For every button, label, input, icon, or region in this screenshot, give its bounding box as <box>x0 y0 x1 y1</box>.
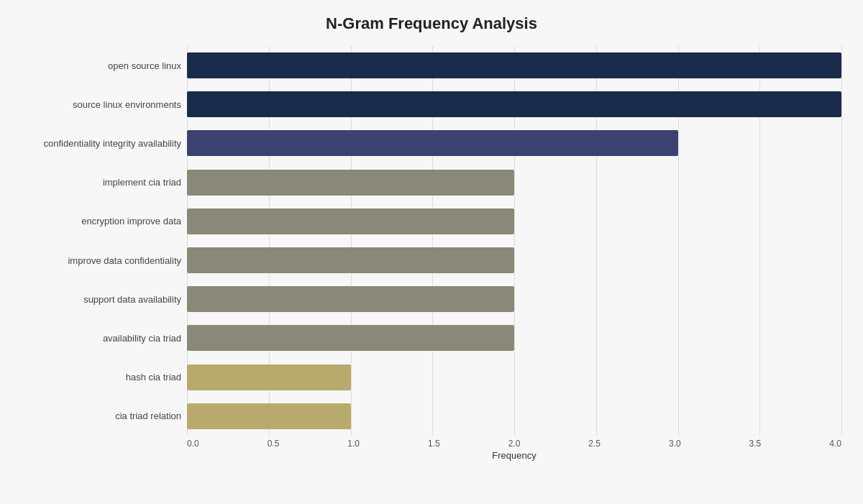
bar <box>187 91 841 117</box>
x-axis: 0.00.51.01.52.02.53.03.54.0 Frequency <box>187 439 841 461</box>
x-tick: 1.5 <box>428 439 440 449</box>
bar-row: support data availability <box>187 280 841 318</box>
plot-area: open source linuxsource linux environmen… <box>22 46 841 461</box>
bar <box>187 286 514 312</box>
x-tick: 1.0 <box>347 439 360 449</box>
bar <box>187 403 351 429</box>
x-tick: 0.0 <box>187 439 199 449</box>
chart-title: N-Gram Frequency Analysis <box>22 14 841 33</box>
bar-row: cia triad relation <box>187 398 841 435</box>
x-tick: 0.5 <box>268 439 280 449</box>
grid-line <box>841 46 842 436</box>
x-tick: 3.5 <box>749 439 762 449</box>
bar-row: implement cia triad <box>187 164 841 201</box>
bar <box>187 130 678 156</box>
x-tick: 3.0 <box>669 439 681 449</box>
bar <box>187 365 351 390</box>
bar-row: confidentiality integrity availability <box>187 124 841 162</box>
bar-row: encryption improve data <box>187 203 841 240</box>
bar-label: open source linux <box>23 60 181 71</box>
bar-row: improve data confidentiality <box>187 242 841 279</box>
bar-label: confidentiality integrity availability <box>23 138 181 149</box>
bar <box>187 170 514 196</box>
x-ticks-row: 0.00.51.01.52.02.53.03.54.0 <box>187 439 841 449</box>
bar-row: hash cia triad <box>187 359 841 396</box>
bar-row: source linux environments <box>187 86 841 123</box>
bar-row: availability cia triad <box>187 319 841 357</box>
bar <box>187 209 514 234</box>
bar-row: open source linux <box>187 47 841 84</box>
bar-label: source linux environments <box>23 99 181 110</box>
chart-container: N-Gram Frequency Analysis open source li… <box>0 0 863 504</box>
bar-label: improve data confidentiality <box>23 255 181 266</box>
bars-and-grid: open source linuxsource linux environmen… <box>187 46 841 436</box>
x-axis-label: Frequency <box>187 450 841 461</box>
bar <box>187 52 841 78</box>
bar-label: availability cia triad <box>23 333 181 344</box>
x-tick: 2.5 <box>588 439 601 449</box>
bar <box>187 325 514 351</box>
bar <box>187 247 514 273</box>
bar-label: implement cia triad <box>23 177 181 188</box>
bar-label: hash cia triad <box>23 372 181 382</box>
bar-label: support data availability <box>23 294 181 305</box>
x-tick: 2.0 <box>508 439 521 449</box>
x-tick: 4.0 <box>829 439 841 449</box>
bar-label: encryption improve data <box>23 216 181 226</box>
bars-container: open source linuxsource linux environmen… <box>187 46 841 436</box>
bar-label: cia triad relation <box>23 411 181 421</box>
